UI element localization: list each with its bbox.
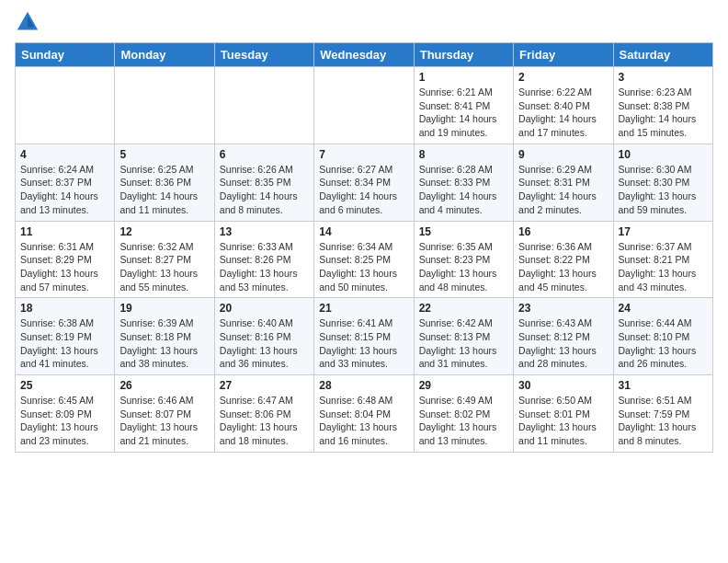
day-number: 8	[419, 148, 508, 161]
day-number: 20	[220, 302, 309, 315]
day-number: 23	[518, 302, 608, 315]
day-cell-21: 21Sunrise: 6:41 AMSunset: 8:15 PMDayligh…	[314, 298, 414, 375]
day-info: Sunrise: 6:48 AMSunset: 8:04 PMDaylight:…	[319, 394, 408, 448]
day-info: Sunrise: 6:47 AMSunset: 8:06 PMDaylight:…	[220, 394, 309, 448]
day-cell-20: 20Sunrise: 6:40 AMSunset: 8:16 PMDayligh…	[214, 298, 313, 375]
day-cell-28: 28Sunrise: 6:48 AMSunset: 8:04 PMDayligh…	[314, 375, 414, 453]
day-number: 22	[419, 302, 508, 315]
day-number: 13	[220, 225, 309, 238]
day-info: Sunrise: 6:43 AMSunset: 8:12 PMDaylight:…	[518, 316, 608, 371]
day-number: 28	[319, 379, 408, 392]
day-cell-22: 22Sunrise: 6:42 AMSunset: 8:13 PMDayligh…	[414, 298, 513, 375]
day-header-wednesday: Wednesday	[314, 43, 414, 67]
day-number: 6	[220, 148, 309, 161]
day-info: Sunrise: 6:40 AMSunset: 8:16 PMDaylight:…	[220, 316, 309, 371]
day-cell-18: 18Sunrise: 6:38 AMSunset: 8:19 PMDayligh…	[16, 298, 115, 375]
day-info: Sunrise: 6:31 AMSunset: 8:29 PMDaylight:…	[20, 240, 109, 294]
day-info: Sunrise: 6:39 AMSunset: 8:18 PMDaylight:…	[119, 316, 209, 371]
day-number: 1	[419, 71, 508, 84]
day-cell-8: 8Sunrise: 6:28 AMSunset: 8:33 PMDaylight…	[414, 144, 513, 221]
day-cell-30: 30Sunrise: 6:50 AMSunset: 8:01 PMDayligh…	[514, 375, 613, 453]
day-info: Sunrise: 6:49 AMSunset: 8:02 PMDaylight:…	[419, 394, 508, 448]
day-info: Sunrise: 6:37 AMSunset: 8:21 PMDaylight:…	[619, 240, 708, 294]
day-number: 5	[119, 148, 209, 161]
day-cell-11: 11Sunrise: 6:31 AMSunset: 8:29 PMDayligh…	[16, 221, 115, 298]
header-row: SundayMondayTuesdayWednesdayThursdayFrid…	[16, 43, 713, 67]
day-number: 24	[619, 302, 708, 315]
day-number: 9	[518, 148, 608, 161]
day-number: 30	[518, 379, 608, 392]
day-info: Sunrise: 6:36 AMSunset: 8:22 PMDaylight:…	[518, 240, 608, 294]
week-row-3: 11Sunrise: 6:31 AMSunset: 8:29 PMDayligh…	[16, 221, 713, 298]
day-cell-26: 26Sunrise: 6:46 AMSunset: 8:07 PMDayligh…	[115, 375, 214, 453]
header	[15, 9, 713, 35]
day-number: 10	[619, 148, 708, 161]
day-cell-25: 25Sunrise: 6:45 AMSunset: 8:09 PMDayligh…	[16, 375, 115, 453]
day-cell-29: 29Sunrise: 6:49 AMSunset: 8:02 PMDayligh…	[414, 375, 513, 453]
week-row-2: 4Sunrise: 6:24 AMSunset: 8:37 PMDaylight…	[16, 144, 713, 221]
day-cell-4: 4Sunrise: 6:24 AMSunset: 8:37 PMDaylight…	[16, 144, 115, 221]
day-cell-9: 9Sunrise: 6:29 AMSunset: 8:31 PMDaylight…	[514, 144, 613, 221]
day-number: 14	[319, 225, 408, 238]
day-number: 17	[619, 225, 708, 238]
day-cell-27: 27Sunrise: 6:47 AMSunset: 8:06 PMDayligh…	[214, 375, 313, 453]
day-info: Sunrise: 6:34 AMSunset: 8:25 PMDaylight:…	[319, 240, 408, 294]
day-info: Sunrise: 6:50 AMSunset: 8:01 PMDaylight:…	[518, 394, 608, 448]
day-info: Sunrise: 6:22 AMSunset: 8:40 PMDaylight:…	[518, 86, 608, 140]
day-info: Sunrise: 6:46 AMSunset: 8:07 PMDaylight:…	[119, 394, 209, 448]
day-cell-14: 14Sunrise: 6:34 AMSunset: 8:25 PMDayligh…	[314, 221, 414, 298]
day-info: Sunrise: 6:26 AMSunset: 8:35 PMDaylight:…	[220, 163, 309, 217]
logo-icon	[15, 9, 40, 35]
day-number: 18	[20, 302, 109, 315]
day-info: Sunrise: 6:32 AMSunset: 8:27 PMDaylight:…	[119, 240, 209, 294]
day-number: 31	[619, 379, 708, 392]
day-cell-13: 13Sunrise: 6:33 AMSunset: 8:26 PMDayligh…	[214, 221, 313, 298]
day-number: 29	[419, 379, 508, 392]
day-info: Sunrise: 6:33 AMSunset: 8:26 PMDaylight:…	[220, 240, 309, 294]
day-cell-31: 31Sunrise: 6:51 AMSunset: 7:59 PMDayligh…	[613, 375, 712, 453]
day-info: Sunrise: 6:28 AMSunset: 8:33 PMDaylight:…	[419, 163, 508, 217]
empty-cell	[314, 67, 414, 144]
day-info: Sunrise: 6:42 AMSunset: 8:13 PMDaylight:…	[419, 316, 508, 371]
day-number: 3	[619, 71, 708, 84]
day-number: 7	[319, 148, 408, 161]
empty-cell	[214, 67, 313, 144]
week-row-1: 1Sunrise: 6:21 AMSunset: 8:41 PMDaylight…	[16, 67, 713, 144]
day-cell-12: 12Sunrise: 6:32 AMSunset: 8:27 PMDayligh…	[115, 221, 214, 298]
day-info: Sunrise: 6:25 AMSunset: 8:36 PMDaylight:…	[119, 163, 209, 217]
day-info: Sunrise: 6:24 AMSunset: 8:37 PMDaylight:…	[20, 163, 109, 217]
day-info: Sunrise: 6:35 AMSunset: 8:23 PMDaylight:…	[419, 240, 508, 294]
day-info: Sunrise: 6:21 AMSunset: 8:41 PMDaylight:…	[419, 86, 508, 140]
day-header-friday: Friday	[514, 43, 613, 67]
day-number: 19	[119, 302, 209, 315]
day-number: 25	[20, 379, 109, 392]
day-info: Sunrise: 6:23 AMSunset: 8:38 PMDaylight:…	[619, 86, 708, 140]
calendar: SundayMondayTuesdayWednesdayThursdayFrid…	[15, 42, 713, 453]
day-header-sunday: Sunday	[16, 43, 115, 67]
day-cell-5: 5Sunrise: 6:25 AMSunset: 8:36 PMDaylight…	[115, 144, 214, 221]
day-header-monday: Monday	[115, 43, 214, 67]
week-row-5: 25Sunrise: 6:45 AMSunset: 8:09 PMDayligh…	[16, 375, 713, 453]
day-header-saturday: Saturday	[613, 43, 712, 67]
day-info: Sunrise: 6:51 AMSunset: 7:59 PMDaylight:…	[619, 394, 708, 448]
day-cell-17: 17Sunrise: 6:37 AMSunset: 8:21 PMDayligh…	[613, 221, 712, 298]
day-info: Sunrise: 6:44 AMSunset: 8:10 PMDaylight:…	[619, 316, 708, 371]
day-number: 16	[518, 225, 608, 238]
day-cell-23: 23Sunrise: 6:43 AMSunset: 8:12 PMDayligh…	[514, 298, 613, 375]
day-number: 12	[119, 225, 209, 238]
day-info: Sunrise: 6:45 AMSunset: 8:09 PMDaylight:…	[20, 394, 109, 448]
day-cell-10: 10Sunrise: 6:30 AMSunset: 8:30 PMDayligh…	[613, 144, 712, 221]
day-number: 21	[319, 302, 408, 315]
day-info: Sunrise: 6:41 AMSunset: 8:15 PMDaylight:…	[319, 316, 408, 371]
empty-cell	[16, 67, 115, 144]
day-info: Sunrise: 6:29 AMSunset: 8:31 PMDaylight:…	[518, 163, 608, 217]
day-number: 27	[220, 379, 309, 392]
day-number: 4	[20, 148, 109, 161]
day-header-thursday: Thursday	[414, 43, 513, 67]
day-info: Sunrise: 6:38 AMSunset: 8:19 PMDaylight:…	[20, 316, 109, 371]
day-info: Sunrise: 6:27 AMSunset: 8:34 PMDaylight:…	[319, 163, 408, 217]
day-cell-7: 7Sunrise: 6:27 AMSunset: 8:34 PMDaylight…	[314, 144, 414, 221]
day-cell-3: 3Sunrise: 6:23 AMSunset: 8:38 PMDaylight…	[613, 67, 712, 144]
day-cell-15: 15Sunrise: 6:35 AMSunset: 8:23 PMDayligh…	[414, 221, 513, 298]
day-cell-16: 16Sunrise: 6:36 AMSunset: 8:22 PMDayligh…	[514, 221, 613, 298]
